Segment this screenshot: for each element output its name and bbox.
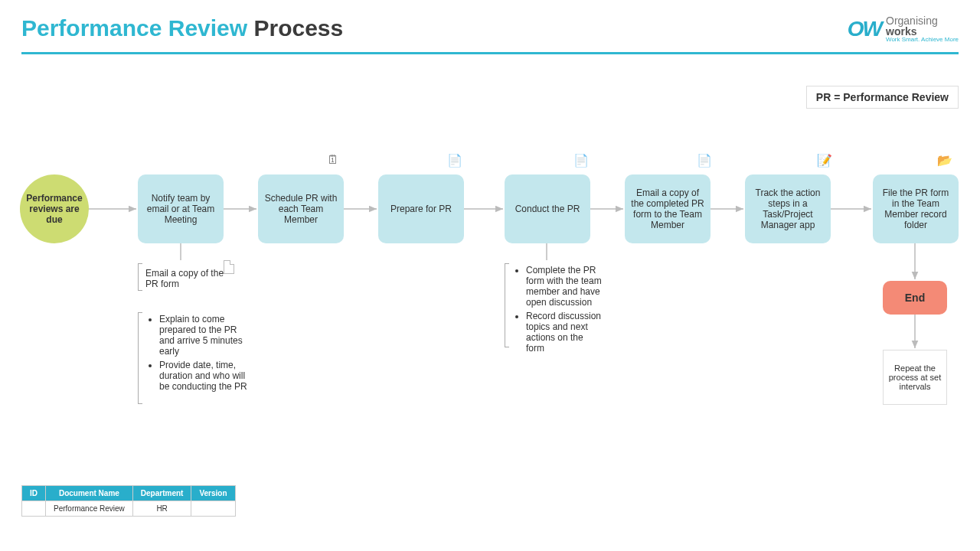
repeat-label: Repeat the process at set intervals: [888, 364, 942, 391]
document-icon: [224, 260, 234, 274]
start-node: Performance reviews are due: [20, 174, 89, 243]
end-label: End: [905, 292, 925, 304]
step-schedule: Schedule PR with each Team Member: [258, 174, 344, 243]
step-label: Prepare for PR: [390, 204, 452, 214]
calendar-icon: 🗓: [327, 153, 339, 167]
note-bracket: [138, 263, 142, 291]
note-bullet: Complete the PR form with the team membe…: [526, 265, 604, 308]
notepad-icon: 📝: [817, 153, 832, 168]
note-text: Email a copy of the PR form: [145, 268, 224, 289]
step-label: Track the action steps in a Task/Project…: [751, 187, 825, 230]
table-row: Performance Review HR: [22, 501, 236, 517]
step-notify: Notify team by email or at Team Meeting: [138, 174, 224, 243]
step-email-completed: Email a copy of the completed PR form to…: [625, 174, 710, 243]
table-header: Department: [132, 486, 191, 501]
table-cell: Performance Review: [46, 501, 133, 517]
document-icon: 📄: [447, 153, 462, 168]
document-icon: 📄: [697, 153, 712, 168]
step-track-actions: Track the action steps in a Task/Project…: [745, 174, 831, 243]
table-cell: [22, 501, 46, 517]
start-label: Performance reviews are due: [26, 193, 83, 225]
table-header: Document Name: [46, 486, 133, 501]
note-bracket: [138, 312, 142, 404]
table-header: Version: [191, 486, 235, 501]
note-notify-bullets: Explain to come prepared to the PR and a…: [145, 314, 253, 395]
step-label: Conduct the PR: [515, 204, 580, 214]
repeat-node: Repeat the process at set intervals: [883, 350, 947, 405]
step-label: Email a copy of the completed PR form to…: [631, 187, 704, 230]
table-header: ID: [22, 486, 46, 501]
step-label: Schedule PR with each Team Member: [264, 193, 338, 225]
table-cell: [191, 501, 235, 517]
note-bullet: Record discussion topics and next action…: [526, 311, 604, 354]
step-label: File the PR form in the Team Member reco…: [879, 187, 952, 230]
step-file-form: File the PR form in the Team Member reco…: [873, 174, 959, 243]
document-icon: 📄: [573, 153, 589, 168]
step-prepare: Prepare for PR: [378, 174, 464, 243]
folder-icon: 📂: [937, 153, 952, 168]
step-conduct: Conduct the PR: [505, 174, 590, 243]
note-bracket: [505, 263, 509, 347]
table-cell: HR: [132, 501, 191, 517]
end-node: End: [883, 281, 947, 315]
note-notify-email: Email a copy of the PR form: [145, 268, 230, 289]
note-bullet: Provide date, time, duration and who wil…: [159, 360, 253, 392]
note-bullet: Explain to come prepared to the PR and a…: [159, 314, 253, 357]
note-conduct-bullets: Complete the PR form with the team membe…: [512, 265, 604, 357]
step-label: Notify team by email or at Team Meeting: [144, 193, 217, 225]
document-metadata-table: ID Document Name Department Version Perf…: [21, 485, 236, 517]
